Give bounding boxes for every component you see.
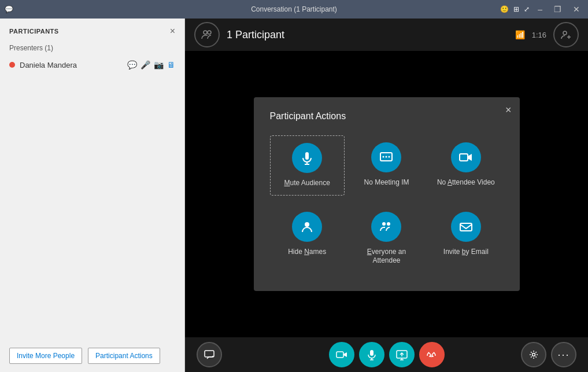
hide-names-action[interactable]: Hide Names [270, 205, 345, 272]
svg-rect-12 [460, 154, 468, 161]
signal-icon: 📶 [515, 30, 525, 39]
svg-rect-18 [336, 352, 343, 358]
invite-email-icon [451, 212, 481, 242]
close-panel-button[interactable]: × [170, 27, 175, 36]
participant-actions-button[interactable]: Participant Actions [88, 348, 160, 364]
hide-names-icon [292, 212, 322, 242]
modal-overlay: × Participant Actions [185, 51, 588, 337]
emoji-icon: 🙂 [500, 5, 509, 13]
svg-point-10 [386, 156, 387, 158]
participant-count-label: 1 Participant [227, 29, 284, 41]
chat-toggle-button[interactable] [197, 342, 222, 367]
svg-rect-19 [370, 350, 373, 356]
no-attendee-video-action[interactable]: No Attendee Video [428, 135, 503, 196]
svg-rect-16 [460, 223, 472, 231]
svg-point-2 [563, 31, 567, 35]
title-bar: 💬 Conversation (1 Participant) 🙂 ⊞ ⤢ – ❐… [0, 0, 588, 19]
hide-names-label: Hide Names [288, 248, 326, 257]
no-meeting-im-icon [371, 142, 401, 172]
video-participant-icon[interactable]: 📷 [154, 60, 164, 69]
right-panel: 1 Participant 📶 1:16 [185, 19, 588, 372]
bottom-center-buttons [329, 342, 445, 367]
close-window-button[interactable]: ✕ [569, 3, 583, 15]
settings-button[interactable] [521, 342, 546, 367]
modal-close-button[interactable]: × [505, 104, 512, 116]
everyone-attendee-icon [371, 212, 401, 242]
svg-point-26 [532, 353, 535, 356]
screen-participant-icon[interactable]: 🖥 [167, 60, 175, 69]
modal-title: Participant Actions [270, 111, 504, 121]
mute-audience-icon [292, 143, 322, 173]
video-top-bar: 1 Participant 📶 1:16 [185, 19, 588, 51]
chat-window-icon: 💬 [5, 5, 13, 13]
panel-bottom-buttons: Invite More People Participant Actions [0, 340, 184, 372]
svg-point-9 [383, 156, 384, 158]
main-layout: PARTICIPANTS × Presenters (1) Daniela Ma… [0, 19, 588, 372]
svg-point-14 [382, 222, 386, 226]
svg-point-11 [389, 156, 390, 158]
fullscreen-icon: ⤢ [524, 5, 530, 13]
no-attendee-video-label: No Attendee Video [437, 178, 495, 187]
mute-audience-label: Mute Audience [284, 179, 330, 188]
svg-point-0 [204, 31, 207, 34]
modal-actions-grid: Mute Audience [270, 135, 504, 272]
restore-button[interactable]: ❐ [550, 3, 565, 15]
add-participant-button[interactable] [553, 22, 579, 47]
mic-toggle-button[interactable] [359, 342, 384, 367]
grid-icon: ⊞ [513, 5, 519, 13]
meeting-group-icon [194, 22, 220, 47]
left-panel: PARTICIPANTS × Presenters (1) Daniela Ma… [0, 19, 185, 372]
video-top-right: 📶 1:16 [515, 22, 579, 47]
everyone-attendee-label: Everyone an Attendee [354, 248, 419, 266]
presenters-label: Presenters (1) [0, 42, 184, 57]
mute-audience-action[interactable]: Mute Audience [270, 135, 345, 196]
minimize-button[interactable]: – [534, 3, 546, 15]
no-meeting-im-action[interactable]: No Meeting IM [349, 135, 424, 196]
end-call-button[interactable] [419, 342, 445, 367]
video-toggle-button[interactable] [329, 342, 354, 367]
invite-email-action[interactable]: Invite by Email [428, 205, 503, 272]
no-meeting-im-label: No Meeting IM [364, 178, 409, 187]
video-bottom-bar: ··· [185, 337, 588, 372]
mic-participant-icon[interactable]: 🎤 [140, 60, 150, 69]
title-bar-controls: 🙂 ⊞ ⤢ – ❐ ✕ [500, 3, 583, 15]
share-screen-button[interactable] [389, 342, 415, 367]
more-options-button[interactable]: ··· [551, 342, 576, 367]
participants-title: PARTICIPANTS [9, 28, 59, 35]
bottom-left-buttons [197, 342, 222, 367]
participant-actions-modal: × Participant Actions [254, 97, 520, 291]
svg-point-1 [208, 31, 211, 34]
window-title: Conversation (1 Participant) [251, 5, 337, 13]
everyone-attendee-action[interactable]: Everyone an Attendee [349, 205, 424, 272]
video-top-left: 1 Participant [194, 22, 284, 47]
svg-rect-5 [305, 152, 309, 160]
svg-point-13 [305, 222, 309, 227]
invite-email-label: Invite by Email [443, 248, 489, 257]
chat-participant-icon[interactable]: 💬 [127, 60, 137, 69]
participant-name: Daniela Mandera [20, 61, 123, 69]
participant-action-icons: 💬 🎤 📷 🖥 [127, 60, 175, 69]
title-bar-left: 💬 [5, 5, 13, 13]
participants-header: PARTICIPANTS × [0, 19, 184, 42]
video-content-area: × Participant Actions [185, 51, 588, 337]
no-attendee-video-icon [451, 142, 481, 172]
participant-status-dot [9, 62, 15, 68]
svg-point-15 [387, 222, 390, 226]
call-timer: 1:16 [532, 31, 546, 39]
invite-more-people-button[interactable]: Invite More People [9, 348, 82, 364]
participant-row: Daniela Mandera 💬 🎤 📷 🖥 [0, 57, 184, 73]
bottom-right-buttons: ··· [521, 342, 576, 367]
